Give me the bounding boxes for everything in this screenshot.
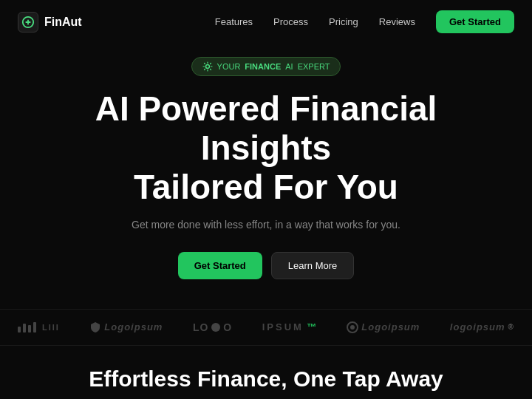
ipsum-dot: ™ (307, 321, 317, 332)
logo-circle-icon (211, 323, 220, 332)
badge-highlight: FINANCE (245, 62, 281, 71)
svg-point-1 (205, 65, 209, 69)
badge-expert: EXPERT (298, 62, 330, 71)
svg-point-3 (350, 325, 355, 330)
logo-trademark: ® (508, 323, 514, 331)
nav-pricing[interactable]: Pricing (329, 16, 358, 27)
logo-item-6: logoipsum ® (450, 321, 514, 332)
shield-icon (89, 321, 101, 333)
effortless-section: Effortless Finance, One Tap Away Connect… (0, 346, 532, 399)
hero-badge: YOUR FINANCE AI AI EXPERT EXPERT (191, 57, 341, 76)
hero-title-line1: AI Powered Financial Insights (95, 89, 437, 167)
badge-ai: AI (285, 62, 293, 71)
logo-text-2: Logoipsum (104, 321, 163, 332)
nav-features[interactable]: Features (215, 16, 253, 27)
logo-text-5: Logoipsum (361, 321, 420, 332)
hero-learn-more-button[interactable]: Learn More (271, 252, 354, 279)
hero-section: YOUR FINANCE AI AI EXPERT EXPERT AI Powe… (0, 44, 532, 309)
logo-text-3: LO (193, 321, 208, 333)
logo-text-1: LIII (42, 323, 60, 332)
badge-prefix: YOUR (217, 62, 241, 71)
logo-text-6: logoipsum (450, 321, 505, 332)
circle-logo-icon (347, 321, 358, 333)
logo-item-3: LO O (193, 321, 232, 333)
logo-item-1: LIII (18, 322, 60, 332)
logo-text-4: IPSUM (262, 321, 304, 332)
hero-buttons: Get Started Learn More (178, 252, 355, 279)
nav-links: Features Process Pricing Reviews Get Sta… (215, 10, 514, 33)
logo-item-5: Logoipsum (347, 321, 420, 333)
nav-reviews[interactable]: Reviews (379, 16, 415, 27)
nav-process[interactable]: Process (273, 16, 308, 27)
hero-subtitle: Get more done with less effort, in a way… (132, 217, 400, 233)
badge-gear-icon (202, 61, 213, 72)
logo-icon (18, 12, 38, 33)
logo-text-3b: O (223, 321, 232, 333)
hero-get-started-button[interactable]: Get Started (178, 252, 262, 279)
logo-text: FinAut (44, 16, 82, 29)
logo[interactable]: FinAut (18, 12, 82, 33)
logo-item-4: IPSUM ™ (262, 321, 317, 332)
hero-title-line2: Tailored For You (134, 168, 398, 206)
nav-cta-button[interactable]: Get Started (436, 10, 514, 33)
hero-title: AI Powered Financial Insights Tailored F… (44, 89, 488, 207)
logo-item-2: Logoipsum (89, 321, 163, 333)
navbar: FinAut Features Process Pricing Reviews … (0, 0, 532, 44)
bar-chart-icon (18, 322, 36, 332)
section-title: Effortless Finance, One Tap Away (18, 366, 514, 392)
logos-strip: LIII Logoipsum LO O IPSUM ™ Logoipsum lo… (0, 309, 532, 346)
